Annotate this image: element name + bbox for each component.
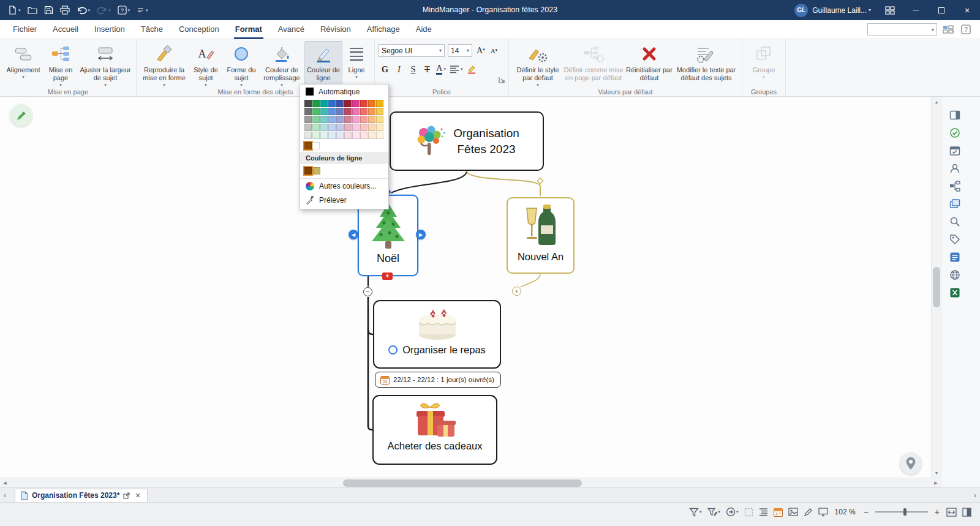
color-swatch[interactable] [312,100,320,107]
color-swatch[interactable] [312,132,320,139]
minimize-button[interactable] [903,0,929,20]
italic-button[interactable]: I [393,62,405,76]
zoom-out-button[interactable]: − [862,507,870,517]
filter-edit-icon[interactable]: ▾ [707,508,721,517]
color-swatch[interactable] [352,116,360,123]
excel-icon[interactable] [946,285,963,301]
contrast-view-button[interactable] [962,508,971,517]
modifier-texte-defaut-button[interactable]: Modifier le texte par défaut des sujets [674,41,738,82]
color-swatch[interactable] [312,116,320,123]
color-swatch[interactable] [344,108,352,115]
globe-icon[interactable] [946,267,963,283]
color-swatch[interactable] [352,132,360,139]
more-colors-item[interactable]: Autres couleurs... [300,179,388,193]
ajuster-largeur-button[interactable]: Ajuster la largeur de sujet ▾ [78,41,132,87]
color-swatch[interactable] [336,108,344,115]
fit-map-button[interactable] [946,508,957,517]
color-swatch[interactable] [336,132,344,139]
color-swatch[interactable] [320,100,328,107]
tab-tache[interactable]: Tâche [133,20,171,39]
customize-qat-icon[interactable]: ▾ [134,2,151,18]
topic-acheter-des-cadeaux[interactable]: Acheter des cadeaux [372,395,497,465]
redo-icon[interactable]: ▾ [94,2,114,18]
automatic-color-item[interactable]: Automatique [300,85,388,99]
scroll-right-icon[interactable]: ▶ [931,478,941,488]
recent-color-swatch[interactable] [312,142,320,149]
vertical-scrollbar[interactable]: ▲ ▼ [931,97,941,478]
color-swatch[interactable] [304,100,312,107]
expand-subtree-button[interactable]: + [512,287,521,296]
color-swatch[interactable] [320,124,328,131]
highlight-button[interactable] [466,64,478,74]
color-swatch[interactable] [344,100,352,107]
tab-accueil[interactable]: Accueil [45,20,86,39]
status-calendar-icon[interactable] [774,508,783,517]
collapse-subtree-button[interactable]: − [363,287,372,296]
color-swatch[interactable] [304,124,312,131]
font-size-select[interactable]: 14 ▾ [448,44,472,57]
color-swatch[interactable] [376,108,383,115]
insert-topic-left-handle[interactable]: ◀ [349,230,358,239]
undo-icon[interactable]: ▾ [74,2,94,18]
forme-du-sujet-button[interactable]: Forme du sujet ▾ [224,41,259,87]
recent-color-swatch[interactable] [304,142,312,149]
scroll-down-icon[interactable]: ▼ [932,468,941,478]
bold-button[interactable]: G [379,62,391,76]
maximize-button[interactable] [929,0,954,20]
grow-font-button[interactable]: A▴ [475,46,486,56]
zoom-in-button[interactable]: + [933,507,941,517]
document-tab[interactable]: Organisation Fêtes 2023* ✕ [15,489,148,502]
tab-conception[interactable]: Conception [171,20,227,39]
line-color-swatch[interactable] [313,167,320,175]
color-swatch[interactable] [312,124,320,131]
tab-affichage[interactable]: Affichage [359,20,408,39]
hierarchy-icon[interactable] [946,178,963,194]
line-color-swatch[interactable] [304,167,312,175]
chevron-down-icon[interactable]: ▾ [869,7,871,13]
mise-en-page-button[interactable]: Mise en page ▾ [43,41,78,87]
float-tab-icon[interactable] [123,492,130,499]
map-pin-badge[interactable] [900,453,922,475]
color-swatch[interactable] [328,124,336,131]
color-swatch[interactable] [376,132,383,139]
counter-icon[interactable] [946,249,963,265]
tab-avance[interactable]: Avancé [270,20,312,39]
tab-scroll-left-icon[interactable]: ‹ [0,488,10,503]
ligne-button[interactable]: Ligne ▾ [342,41,371,79]
monitor-icon[interactable] [818,508,828,517]
underline-button[interactable]: S [407,62,420,76]
color-swatch[interactable] [328,132,336,139]
color-swatch[interactable] [352,124,360,131]
scroll-left-icon[interactable]: ◀ [0,478,10,488]
color-swatch[interactable] [344,116,352,123]
calendar-check-icon[interactable] [946,143,963,159]
topic-organiser-le-repas[interactable]: Organiser le repas [373,300,501,369]
tab-fichier[interactable]: Fichier [5,20,45,39]
save-icon[interactable] [41,2,56,18]
vertical-scroll-thumb[interactable] [933,267,940,307]
tab-scroll-right-icon[interactable]: › [970,488,980,503]
draw-icon[interactable] [804,508,813,517]
tab-insertion[interactable]: Insertion [86,20,133,39]
horizontal-scrollbar[interactable]: ◀ ▶ [0,478,941,487]
image-icon[interactable] [788,508,798,516]
color-swatch[interactable] [360,100,368,107]
color-swatch[interactable] [304,132,312,139]
color-swatch[interactable] [304,116,312,123]
ribbon-search-combo[interactable]: ▾ [867,23,937,36]
color-swatch[interactable] [344,132,352,139]
tab-aide[interactable]: Aide [408,20,440,39]
reinitialiser-defaut-button[interactable]: Réinitialiser par défaut [624,41,674,82]
reproduire-mise-en-forme-button[interactable]: Reproduire la mise en forme ▾ [140,41,188,87]
definir-style-defaut-button[interactable]: Définir le style par defaut ▾ [513,41,563,87]
color-swatch[interactable] [368,100,375,107]
color-swatch[interactable] [336,100,344,107]
police-dialog-launcher[interactable] [499,75,505,86]
tab-revision[interactable]: Révision [312,20,359,39]
topic-nouvel-an[interactable]: Nouvel An [507,197,575,274]
outline-icon[interactable] [759,508,768,516]
color-swatch[interactable] [360,124,368,131]
shrink-font-button[interactable]: A▾ [489,47,499,54]
edit-mode-badge[interactable] [10,104,32,127]
color-swatch[interactable] [368,132,375,139]
